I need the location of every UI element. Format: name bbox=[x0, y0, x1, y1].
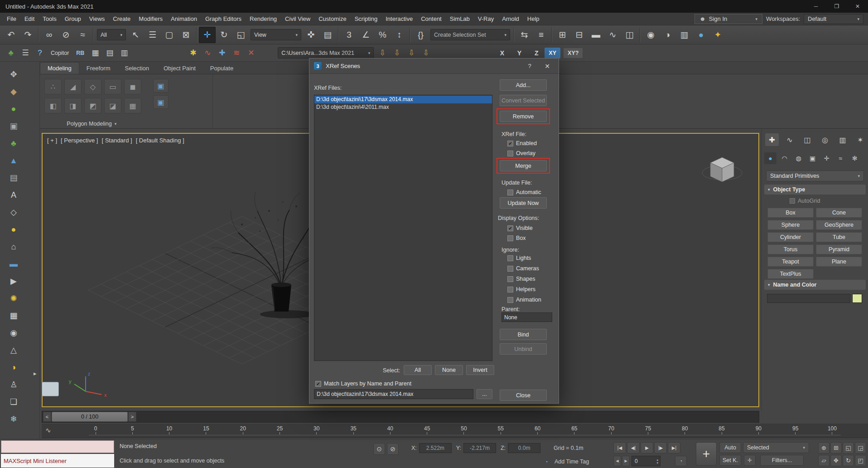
ribbon-tab[interactable]: Modeling bbox=[40, 62, 79, 74]
primitive-button[interactable]: Cylinder bbox=[767, 232, 814, 242]
whats-new-icon[interactable]: ✦ bbox=[709, 27, 726, 43]
match-layers-checkbox[interactable]: ✔ Match Layers by Name and Parent bbox=[315, 380, 411, 387]
field-of-view-icon[interactable]: ▱ bbox=[818, 455, 829, 466]
timeline-tick[interactable]: 5 bbox=[125, 425, 139, 434]
menu-item[interactable]: Content bbox=[417, 13, 446, 24]
ignore-checkbox[interactable]: Animation bbox=[507, 297, 541, 303]
material-editor-icon[interactable]: ◉ bbox=[642, 27, 659, 43]
yellow-sphere-tool-icon[interactable]: ● bbox=[4, 222, 24, 237]
object-color-swatch[interactable] bbox=[852, 294, 862, 303]
edge-mode-icon[interactable]: ◢ bbox=[64, 79, 82, 94]
timeline-tick[interactable]: 90 bbox=[752, 425, 765, 434]
menu-item[interactable]: Customize bbox=[314, 13, 350, 24]
close-dialog-button[interactable]: Close bbox=[500, 390, 547, 401]
spinner-snap-icon[interactable]: ↕ bbox=[391, 27, 408, 43]
redo-icon[interactable]: ↷ bbox=[19, 27, 36, 43]
ribbon-tool-icon-2[interactable]: ◨ bbox=[64, 98, 82, 113]
element-mode-icon[interactable]: ◼ bbox=[124, 79, 141, 94]
curve-editor-icon[interactable]: ∿ bbox=[604, 27, 621, 43]
menu-item[interactable]: Animation bbox=[167, 13, 201, 24]
dialog-titlebar[interactable]: 3 XRef Scenes ? ✕ bbox=[309, 58, 559, 74]
spinner-icon[interactable]: ▴ ▾ bbox=[656, 458, 658, 464]
play-icon[interactable]: ▶ bbox=[641, 442, 653, 453]
ribbon-option-icon-1[interactable]: ▣ bbox=[153, 79, 169, 93]
drop-tool-icon[interactable]: ❄ bbox=[4, 412, 24, 426]
timeline-tick[interactable]: 25 bbox=[273, 425, 286, 434]
mini-curve-editor-icon[interactable]: ∿ bbox=[45, 426, 51, 434]
timeline-tick[interactable]: 50 bbox=[457, 425, 471, 434]
ribbon-option-icon-2[interactable]: ▣ bbox=[153, 95, 169, 109]
reference-coordinate-dropdown[interactable]: View ▾ bbox=[251, 29, 301, 40]
schematic-view-icon[interactable]: ◫ bbox=[621, 27, 638, 43]
pyramid-tool-icon[interactable]: ▲ bbox=[4, 153, 24, 168]
timeline-tick[interactable]: 55 bbox=[494, 425, 507, 434]
ignore-checkbox[interactable]: Lights bbox=[507, 255, 541, 261]
window-crossing-icon[interactable]: ⊠ bbox=[178, 27, 194, 43]
timeline-tick[interactable]: 0 bbox=[89, 425, 102, 434]
time-slider-handle[interactable]: 0 / 100 bbox=[52, 412, 128, 422]
xy-alt-constraint-button[interactable]: XY? bbox=[563, 48, 583, 58]
primitive-button[interactable]: Tube bbox=[816, 232, 862, 242]
layer-explorer-icon[interactable]: ⊟ bbox=[571, 27, 588, 43]
viewport-layout-flyout-icon[interactable]: ▸ bbox=[34, 370, 37, 377]
polygon-tool-icon[interactable]: ◇ bbox=[4, 205, 24, 219]
maximize-button[interactable]: ❐ bbox=[826, 0, 847, 13]
utilities-tab-icon[interactable]: ✶ bbox=[854, 133, 867, 146]
set-key-button[interactable]: + bbox=[696, 442, 717, 466]
unlink-selection-icon[interactable]: ⊘ bbox=[58, 27, 74, 43]
viewport-layout-tab[interactable] bbox=[42, 382, 59, 396]
vertex-mode-icon[interactable]: ∴ bbox=[44, 79, 62, 94]
ribbon-tab[interactable]: Selection bbox=[118, 63, 156, 74]
update-now-button[interactable]: Update Now bbox=[500, 197, 547, 209]
helpers-category-icon[interactable]: ✛ bbox=[820, 152, 833, 164]
eye-tool-icon[interactable]: ◉ bbox=[4, 326, 24, 340]
motion-tab-icon[interactable]: ◎ bbox=[818, 133, 832, 146]
previous-frame-arrow[interactable]: < bbox=[43, 412, 51, 422]
automatic-checkbox[interactable]: Automatic bbox=[507, 189, 541, 195]
zoom-extents-all-icon[interactable]: ◲ bbox=[855, 442, 866, 453]
select-object-icon[interactable]: ↖ bbox=[127, 27, 144, 43]
timeline-tick[interactable]: 30 bbox=[310, 425, 323, 434]
panel-tool-icon[interactable]: ▬ bbox=[4, 257, 24, 271]
polygon-modeling-label[interactable]: Polygon Modeling ▾ bbox=[40, 121, 144, 127]
primitive-button[interactable]: Plane bbox=[816, 257, 862, 267]
zoom-all-icon[interactable]: ⊞ bbox=[830, 442, 842, 453]
wire-pyramid-tool-icon[interactable]: △ bbox=[4, 343, 24, 357]
timeline-tick[interactable]: 20 bbox=[236, 425, 250, 434]
menu-item[interactable]: Scripting bbox=[351, 13, 382, 24]
sign-in-control[interactable]: ☻ Sign In ▾ bbox=[694, 14, 762, 24]
wave-script-icon[interactable]: ∿ bbox=[200, 46, 215, 60]
select-and-scale-icon[interactable]: ◱ bbox=[232, 27, 249, 43]
render-setup-icon[interactable]: ◑ bbox=[659, 27, 676, 43]
ribbon-tool-icon-5[interactable]: ▦ bbox=[124, 98, 141, 113]
menu-item[interactable]: Modifiers bbox=[135, 13, 167, 24]
systems-category-icon[interactable]: ✻ bbox=[849, 152, 861, 164]
zoom-icon[interactable]: ⊕ bbox=[818, 442, 829, 453]
track-bar[interactable]: ∿ 0 5 10 15 20 25 30 bbox=[42, 424, 868, 438]
primitive-button[interactable]: Teapot bbox=[767, 257, 814, 267]
macro-icon-3[interactable]: ⇩ bbox=[404, 46, 419, 60]
maxscript-input[interactable] bbox=[1, 440, 114, 453]
mirror-icon[interactable]: ⇆ bbox=[516, 27, 533, 43]
align-icon[interactable]: ≡ bbox=[533, 27, 550, 43]
sun-tool-icon[interactable]: ✺ bbox=[4, 291, 24, 306]
lamp-tool-icon[interactable]: ⌂ bbox=[4, 239, 24, 254]
zoom-extents-icon[interactable]: ◱ bbox=[843, 442, 854, 453]
undo-icon[interactable]: ↶ bbox=[3, 27, 19, 43]
cameras-category-icon[interactable]: ▣ bbox=[806, 152, 819, 164]
pan-icon[interactable]: ✥ bbox=[830, 455, 842, 466]
add-button[interactable]: Add... bbox=[500, 79, 547, 91]
star-script-icon[interactable]: ✱ bbox=[186, 46, 200, 60]
name-color-rollout[interactable]: ▾ Name and Color bbox=[764, 280, 866, 290]
spinner-down-icon[interactable]: ▾ bbox=[656, 461, 658, 464]
modify-tab-icon[interactable]: ∿ bbox=[783, 133, 796, 146]
create-tab-icon[interactable]: ✚ bbox=[765, 133, 779, 146]
spinner-up-icon[interactable]: ▴ bbox=[656, 458, 658, 461]
green-sphere-tool-icon[interactable]: ● bbox=[4, 102, 24, 116]
menu-item[interactable]: Arnold bbox=[498, 13, 523, 24]
parent-field[interactable] bbox=[502, 312, 552, 322]
ribbon-toggle-icon[interactable]: ▬ bbox=[588, 27, 604, 43]
rendered-frame-window-icon[interactable]: ▥ bbox=[676, 27, 693, 43]
xref-file-list[interactable]: D:\3d object\tazini\17\3dsmax 2014.maxD:… bbox=[314, 95, 492, 361]
minimize-button[interactable]: ─ bbox=[805, 0, 826, 13]
